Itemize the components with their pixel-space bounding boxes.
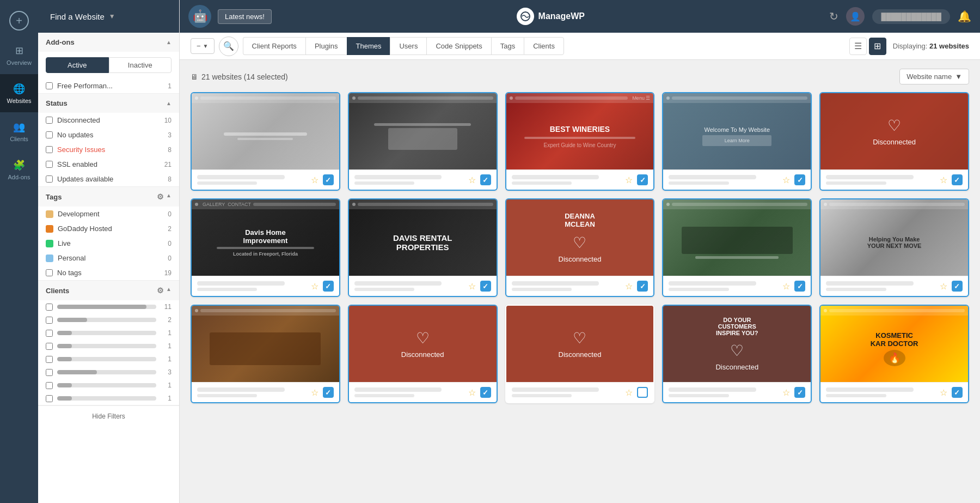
card-star-13[interactable]: ☆: [625, 387, 633, 398]
filter-clients-header[interactable]: Clients ⚙ ▲: [38, 281, 179, 300]
filter-tag-item-2[interactable]: Live 0: [38, 236, 179, 251]
website-card-3[interactable]: Menu ☰ BEST WINERIES Expert Guide to Win…: [505, 92, 655, 191]
addon-checkbox-0[interactable]: [46, 82, 53, 89]
website-card-13[interactable]: ♡ Disconnected ☆: [505, 305, 655, 403]
list-view-button[interactable]: ☰: [849, 38, 867, 55]
card-star-9[interactable]: ☆: [782, 281, 790, 292]
card-checkbox-12[interactable]: [480, 387, 491, 398]
website-card-4[interactable]: Welcome To My Website Learn More ☆: [662, 92, 812, 191]
filter-tag-item-3[interactable]: Personal 0: [38, 251, 179, 265]
sidebar-item-addons[interactable]: 🧩 Add-ons: [0, 150, 38, 189]
card-star-12[interactable]: ☆: [468, 387, 476, 398]
add-button[interactable]: +: [9, 11, 29, 31]
filter-tag-item-0[interactable]: Development 0: [38, 207, 179, 221]
website-card-11[interactable]: ☆: [191, 305, 340, 403]
card-checkbox-1[interactable]: [323, 174, 334, 185]
card-checkbox-7[interactable]: [480, 281, 491, 292]
filter-status-item-0[interactable]: Disconnected 10: [38, 113, 179, 128]
card-checkbox-4[interactable]: [794, 174, 805, 185]
filter-status-header[interactable]: Status ▲: [38, 94, 179, 113]
sidebar-item-overview[interactable]: ⊞ Overview: [0, 36, 38, 74]
find-website-button[interactable]: Find a Website ▼: [45, 9, 121, 25]
card-checkbox-10[interactable]: [952, 281, 963, 292]
card-checkbox-13[interactable]: [637, 387, 648, 398]
website-card-2[interactable]: ☆: [348, 92, 498, 191]
status-checkbox-1[interactable]: [46, 131, 53, 138]
card-star-2[interactable]: ☆: [468, 175, 476, 185]
card-star-8[interactable]: ☆: [625, 281, 633, 292]
client-item-0[interactable]: 11: [38, 300, 179, 313]
sidebar-item-clients[interactable]: 👥 Clients: [0, 112, 38, 150]
client-checkbox-6[interactable]: [46, 382, 53, 389]
client-checkbox-0[interactable]: [46, 304, 53, 311]
tab-plugins[interactable]: Plugins: [305, 37, 347, 55]
card-star-6[interactable]: ☆: [311, 281, 318, 292]
website-card-10[interactable]: Helping You MakeYOUR NEXT MOVE ☆: [819, 198, 969, 297]
card-star-7[interactable]: ☆: [468, 281, 476, 292]
card-checkbox-9[interactable]: [794, 281, 805, 292]
sort-dropdown[interactable]: Website name ▼: [899, 69, 969, 84]
filter-tab-active[interactable]: Active: [46, 57, 109, 73]
client-item-3[interactable]: 1: [38, 340, 179, 353]
card-star-3[interactable]: ☆: [625, 175, 633, 185]
website-card-5[interactable]: ♡ Disconnected ☆: [819, 92, 969, 191]
filter-tab-inactive[interactable]: Inactive: [109, 57, 172, 73]
client-item-4[interactable]: 1: [38, 353, 179, 366]
card-star-11[interactable]: ☆: [311, 387, 318, 398]
client-checkbox-3[interactable]: [46, 343, 53, 350]
client-checkbox-2[interactable]: [46, 330, 53, 337]
bulk-action-button[interactable]: − ▼: [191, 38, 215, 54]
latest-news-button[interactable]: Latest news!: [218, 9, 272, 24]
card-star-15[interactable]: ☆: [940, 387, 947, 398]
website-card-15[interactable]: KOSMETICKAR DOCTOR 🔥 ☆: [819, 305, 969, 403]
client-item-5[interactable]: 3: [38, 366, 179, 379]
client-item-6[interactable]: 1: [38, 379, 179, 392]
website-card-1[interactable]: ☆: [191, 92, 340, 191]
tab-clients[interactable]: Clients: [524, 37, 564, 55]
status-checkbox-4[interactable]: [46, 175, 53, 183]
card-checkbox-3[interactable]: [637, 174, 648, 185]
website-card-6[interactable]: GALLERY CONTACT Davis HomeImprovement Lo…: [191, 198, 340, 297]
client-checkbox-1[interactable]: [46, 317, 53, 324]
sidebar-item-websites[interactable]: 🌐 Websites: [0, 74, 38, 112]
client-item-7[interactable]: 1: [38, 392, 179, 405]
card-checkbox-15[interactable]: [952, 387, 963, 398]
client-checkbox-4[interactable]: [46, 356, 53, 363]
clients-settings-icon[interactable]: ⚙: [157, 286, 164, 295]
website-card-8[interactable]: DEANNAMCLEAN ♡ Disconnected ☆: [505, 198, 655, 297]
filter-status-item-2[interactable]: Security Issues 8: [38, 142, 179, 157]
filter-status-item-1[interactable]: No updates 3: [38, 128, 179, 142]
filter-addons-header[interactable]: Add-ons ▲: [38, 33, 179, 52]
website-card-14[interactable]: DO YOURCUSTOMERSINSPIRE YOU? ♡ Disconnec…: [662, 305, 812, 403]
tab-themes[interactable]: Themes: [347, 37, 390, 55]
filter-tag-item-4[interactable]: No tags 19: [38, 265, 179, 280]
grid-view-button[interactable]: ⊞: [869, 38, 886, 55]
tab-client-reports[interactable]: Client Reports: [243, 37, 305, 55]
filter-status-item-3[interactable]: SSL enabled 21: [38, 157, 179, 172]
hide-filters-button[interactable]: Hide Filters: [38, 405, 179, 427]
tag-checkbox-4[interactable]: [46, 269, 53, 276]
status-checkbox-3[interactable]: [46, 161, 53, 168]
card-star-10[interactable]: ☆: [940, 281, 947, 292]
card-checkbox-6[interactable]: [323, 281, 334, 292]
client-checkbox-7[interactable]: [46, 395, 53, 402]
client-item-2[interactable]: 1: [38, 326, 179, 340]
client-item-1[interactable]: 2: [38, 313, 179, 326]
status-checkbox-2[interactable]: [46, 146, 53, 153]
website-card-12[interactable]: ♡ Disconnected ☆: [348, 305, 498, 403]
search-button[interactable]: 🔍: [219, 37, 238, 56]
card-checkbox-14[interactable]: [794, 387, 805, 398]
website-card-9[interactable]: ☆: [662, 198, 812, 297]
tags-settings-icon[interactable]: ⚙: [157, 192, 164, 201]
tab-code-snippets[interactable]: Code Snippets: [426, 37, 491, 55]
tab-users[interactable]: Users: [390, 37, 426, 55]
filter-tags-header[interactable]: Tags ⚙ ▲: [38, 187, 179, 207]
filter-tag-item-1[interactable]: GoDaddy Hosted 2: [38, 221, 179, 236]
card-star-4[interactable]: ☆: [782, 175, 790, 185]
card-star-1[interactable]: ☆: [311, 175, 318, 185]
card-star-14[interactable]: ☆: [782, 387, 790, 398]
client-checkbox-5[interactable]: [46, 369, 53, 376]
user-name[interactable]: ████████████: [872, 9, 950, 24]
card-checkbox-2[interactable]: [480, 174, 491, 185]
card-star-5[interactable]: ☆: [940, 175, 947, 185]
